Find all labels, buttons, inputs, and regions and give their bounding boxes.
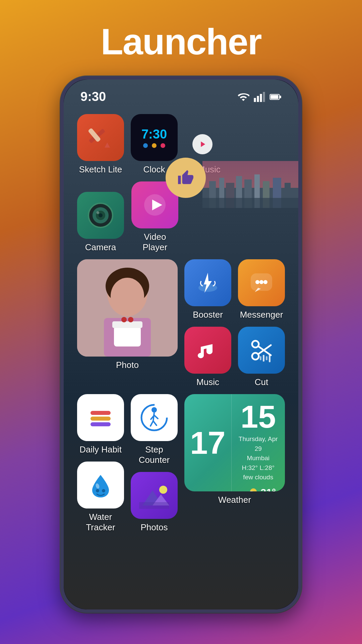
- svg-line-61: [150, 421, 153, 426]
- svg-rect-53: [90, 417, 111, 421]
- booster-icon: [184, 259, 231, 306]
- clock-icon: 7:30: [131, 114, 178, 161]
- svg-rect-49: [263, 355, 264, 362]
- app-column-right: Messenger: [238, 259, 285, 387]
- status-icons: [237, 91, 282, 103]
- svg-rect-0: [254, 98, 256, 102]
- weather-day: Thursday, Apr 29: [235, 434, 282, 453]
- step-counter-label: Step Counter: [131, 444, 178, 465]
- page-title: Launcher: [101, 20, 261, 63]
- svg-point-25: [99, 213, 103, 217]
- app-row-1: Sketch Lite 7:30: [77, 114, 285, 175]
- app-item-camera[interactable]: Camera: [77, 192, 124, 253]
- svg-rect-21: [202, 198, 298, 208]
- phone-frame: 9:30: [60, 76, 302, 613]
- video-player-label: Video Player: [131, 232, 179, 253]
- svg-rect-36: [112, 321, 142, 328]
- weather-city: Mumbai: [235, 453, 282, 463]
- svg-point-26: [97, 211, 99, 214]
- photo-label: Photo: [116, 360, 139, 370]
- music-icon: [184, 327, 231, 374]
- svg-point-42: [259, 280, 263, 284]
- svg-point-55: [96, 489, 99, 492]
- svg-point-56: [102, 489, 105, 492]
- svg-rect-68: [139, 502, 169, 509]
- app-grid: Sketch Lite 7:30: [64, 107, 298, 539]
- camera-app-icon: [77, 192, 124, 239]
- clock-dot-3: [161, 143, 165, 148]
- weather-current: 31°: [261, 487, 276, 492]
- svg-rect-3: [263, 92, 265, 102]
- svg-rect-52: [90, 411, 111, 415]
- step-counter-icon: [131, 394, 178, 441]
- weather-temp1: 17: [190, 425, 226, 461]
- app-item-sketch-lite[interactable]: Sketch Lite: [77, 114, 124, 175]
- cut-label: Cut: [255, 377, 268, 387]
- svg-rect-5: [280, 96, 281, 98]
- app-item-daily-habit[interactable]: Daily Habit: [77, 394, 124, 455]
- daily-habit-label: Daily Habit: [79, 444, 122, 455]
- photos-icon: [131, 472, 178, 519]
- photo-widget: [77, 259, 178, 357]
- sketch-lite-label: Sketch Lite: [79, 164, 122, 175]
- app-item-cut[interactable]: Cut: [238, 327, 285, 387]
- daily-habit-icon: [77, 394, 124, 441]
- weather-widget: 17 15 Thursday, Apr 29 Mumbai H:32° L:28…: [184, 394, 285, 491]
- music-label: Music: [196, 377, 219, 387]
- svg-rect-48: [260, 356, 261, 360]
- app-item-music[interactable]: Music: [184, 327, 231, 387]
- yt-thumbup-circle: [166, 158, 206, 198]
- svg-line-62: [153, 421, 157, 425]
- app-item-weather[interactable]: 17 15 Thursday, Apr 29 Mumbai H:32° L:28…: [184, 394, 285, 533]
- svg-rect-51: [269, 354, 270, 362]
- app-item-booster[interactable]: Booster: [184, 259, 231, 320]
- svg-point-37: [121, 317, 127, 322]
- battery-icon: [269, 91, 282, 103]
- status-bar: 9:30: [64, 79, 298, 107]
- app-item-messenger[interactable]: Messenger: [238, 259, 285, 320]
- svg-rect-50: [266, 356, 267, 360]
- weather-condition: few clouds: [235, 473, 282, 482]
- weather-temp2: 15: [240, 401, 276, 433]
- clock-dots: [141, 143, 167, 148]
- svg-point-65: [159, 486, 167, 494]
- clock-label: Clock: [143, 164, 165, 175]
- svg-point-41: [255, 280, 259, 284]
- app-item-photos[interactable]: Photos: [131, 472, 178, 533]
- clock-dot-1: [143, 143, 148, 148]
- svg-point-33: [111, 278, 144, 315]
- svg-point-38: [128, 317, 133, 322]
- booster-label: Booster: [193, 310, 223, 320]
- app-column-daily: Daily Habit: [77, 394, 124, 533]
- signal-icon: [253, 91, 265, 103]
- water-tracker-label: Water Tracker: [77, 512, 124, 533]
- cut-icon: [238, 327, 285, 374]
- app-item-step-counter[interactable]: Step Counter: [131, 394, 178, 465]
- yt-play-button[interactable]: [192, 134, 213, 154]
- app-item-photo[interactable]: Photo: [77, 259, 178, 387]
- clock-time-display: 7:30: [141, 127, 167, 142]
- weather-label: Weather: [218, 495, 251, 505]
- svg-point-43: [263, 280, 267, 284]
- svg-rect-6: [270, 95, 278, 99]
- svg-rect-35: [114, 326, 141, 346]
- svg-rect-54: [90, 422, 111, 426]
- app-column-step: Step Counter: [131, 394, 178, 533]
- messenger-label: Messenger: [240, 310, 283, 320]
- clock-dot-2: [152, 143, 157, 148]
- app-row-4: Daily Habit: [77, 394, 285, 533]
- svg-rect-1: [257, 96, 259, 102]
- phone-screen: 9:30: [64, 79, 298, 609]
- app-item-water-tracker[interactable]: Water Tracker: [77, 462, 124, 533]
- photos-label: Photos: [141, 522, 168, 533]
- status-time: 9:30: [80, 90, 106, 104]
- svg-rect-2: [260, 94, 262, 102]
- svg-line-64: [154, 415, 158, 419]
- wifi-icon: [237, 91, 249, 103]
- sketch-lite-icon: [77, 114, 124, 161]
- app-row-3: Photo: [77, 259, 285, 387]
- app-item-yt-music[interactable]: YT Music: [184, 161, 221, 175]
- app-column-mid: Booster Music: [184, 259, 231, 387]
- svg-point-59: [152, 407, 157, 413]
- svg-marker-8: [105, 143, 110, 148]
